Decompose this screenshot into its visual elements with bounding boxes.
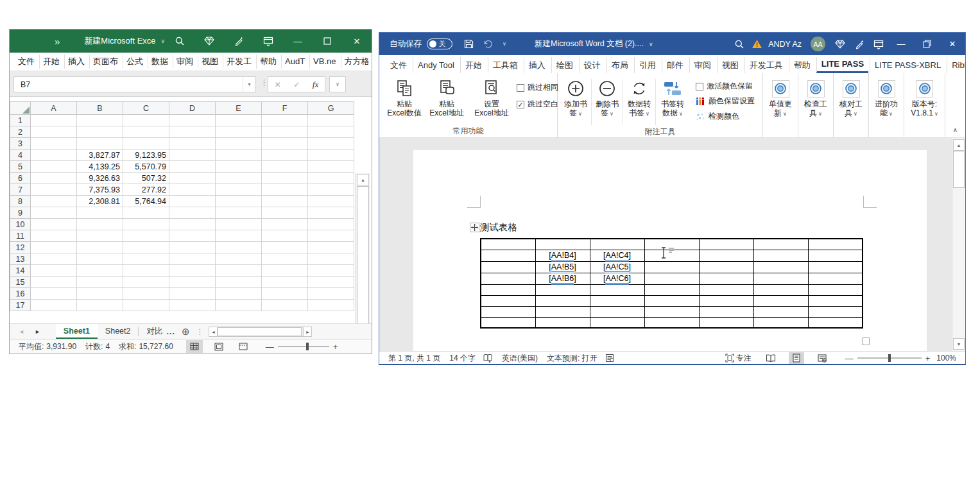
doc-cell-r4c3[interactable]: [AA!C6]: [590, 273, 644, 284]
doc-cell-r8c4[interactable]: [644, 317, 699, 328]
cell-G13[interactable]: [308, 253, 354, 265]
column-header-E[interactable]: E: [216, 102, 262, 115]
doc-cell-r2c6[interactable]: [753, 250, 808, 261]
zoom-slider[interactable]: [278, 346, 329, 347]
cell-E14[interactable]: [216, 265, 262, 277]
doc-cell-r2c7[interactable]: [808, 250, 863, 261]
cell-D17[interactable]: [169, 300, 216, 311]
cell-C17[interactable]: [123, 300, 169, 311]
web-layout-icon[interactable]: [814, 352, 830, 364]
doc-cell-r2c1[interactable]: [481, 250, 535, 261]
title-dropdown-icon[interactable]: ∨: [160, 38, 165, 44]
cell-E8[interactable]: [216, 196, 262, 207]
cell-B5[interactable]: 4,139.25: [77, 161, 123, 173]
doc-cell-r8c5[interactable]: [699, 317, 753, 328]
word-count[interactable]: 14 个字: [449, 353, 476, 364]
scroll-down-icon[interactable]: ▼: [953, 338, 965, 350]
row-header-10[interactable]: 10: [10, 219, 31, 230]
cell-B8[interactable]: 2,308.81: [77, 196, 123, 207]
cell-F6[interactable]: [262, 173, 308, 184]
cell-C1[interactable]: [123, 115, 169, 126]
word-tab-帮助[interactable]: 帮助: [789, 57, 815, 73]
cell-A10[interactable]: [31, 219, 77, 230]
page-info[interactable]: 第 1 页, 共 1 页: [388, 353, 440, 364]
search-icon[interactable]: [730, 33, 749, 55]
sheet-tab-sheet2[interactable]: Sheet2: [98, 324, 139, 339]
row-header-11[interactable]: 11: [10, 230, 31, 242]
zoom-out-icon[interactable]: —: [262, 342, 278, 352]
minimize-button[interactable]: —: [888, 33, 914, 55]
cell-G10[interactable]: [308, 219, 354, 230]
cell-E12[interactable]: [216, 242, 262, 253]
cell-D10[interactable]: [169, 219, 216, 230]
new-sheet-icon[interactable]: ⊕: [182, 326, 190, 337]
excel-tab-方方格[interactable]: 方方格: [341, 55, 372, 69]
word-tab-Ribbon XML[interactable]: Ribbon XML: [947, 57, 965, 73]
cell-E16[interactable]: [216, 288, 262, 300]
cell-E9[interactable]: [216, 207, 262, 219]
cell-G12[interactable]: [308, 242, 354, 253]
doc-cell-r3c2[interactable]: [AA!B5]: [535, 261, 590, 273]
cell-G15[interactable]: [308, 277, 354, 288]
document-page[interactable]: 测试表格 [AA!B4][AA!C4][AA!B5][AA!C5][AA!B6]…: [413, 150, 927, 351]
cell-A7[interactable]: [31, 184, 77, 196]
text-predict[interactable]: 文本预测: 打开: [547, 353, 597, 364]
name-box[interactable]: B7 ▼: [13, 76, 256, 92]
doc-cell-r7c6[interactable]: [753, 306, 808, 317]
cell-D9[interactable]: [169, 207, 216, 219]
warning-icon[interactable]: [749, 33, 764, 55]
cell-F12[interactable]: [262, 242, 308, 253]
save-icon[interactable]: [459, 33, 478, 55]
row-header-13[interactable]: 13: [10, 253, 31, 265]
cell-F15[interactable]: [262, 277, 308, 288]
excel-tab-文件[interactable]: 文件: [15, 55, 38, 69]
word-tab-设计[interactable]: 设计: [579, 57, 605, 73]
cell-F17[interactable]: [262, 300, 308, 311]
cell-C9[interactable]: [123, 207, 169, 219]
cell-G1[interactable]: [308, 115, 354, 126]
sheet-tab-duibi[interactable]: 对比: [139, 324, 162, 339]
word-tab-布局[interactable]: 布局: [606, 57, 633, 73]
page-layout-view-icon[interactable]: [211, 340, 227, 353]
doc-cell-r3c4[interactable]: [644, 261, 699, 273]
cell-A15[interactable]: [31, 277, 77, 288]
color-keep-settings-button[interactable]: 颜色保留设置: [696, 96, 755, 107]
cell-C3[interactable]: [123, 138, 169, 150]
excel-tab-AudT[interactable]: AudT: [281, 55, 308, 69]
doc-cell-r4c1[interactable]: [481, 273, 535, 284]
version-button[interactable]: 版本号:V1.8.1∨: [905, 76, 945, 119]
detect-color-button[interactable]: 检测颜色: [696, 111, 755, 122]
doc-cell-r7c3[interactable]: [590, 306, 644, 317]
doc-cell-r2c5[interactable]: [699, 250, 753, 261]
single-update-button[interactable]: 单值更新∨: [763, 76, 798, 119]
doc-cell-r6c6[interactable]: [753, 295, 808, 306]
cell-B6[interactable]: 9,326.63: [77, 173, 123, 184]
page-break-view-icon[interactable]: [235, 340, 252, 353]
scroll-right-icon[interactable]: ►: [303, 327, 312, 337]
doc-cell-r7c4[interactable]: [644, 306, 699, 317]
cell-D6[interactable]: [169, 173, 216, 184]
cell-D12[interactable]: [169, 242, 216, 253]
doc-cell-r5c7[interactable]: [808, 284, 863, 295]
doc-cell-r5c5[interactable]: [699, 284, 753, 295]
pen-sparkle-icon[interactable]: [850, 33, 869, 55]
doc-cell-r3c7[interactable]: [808, 261, 863, 273]
cell-A13[interactable]: [31, 253, 77, 265]
sheet-nav-right-icon[interactable]: ►: [35, 329, 40, 335]
cell-C10[interactable]: [123, 219, 169, 230]
bookmark-to-data-button[interactable]: 书签转数据∨: [656, 76, 689, 119]
cell-D1[interactable]: [169, 115, 216, 126]
cell-D2[interactable]: [169, 126, 216, 138]
doc-cell-r5c3[interactable]: [590, 284, 644, 295]
cell-G8[interactable]: [308, 196, 354, 207]
checkbox-color-keep[interactable]: 激活颜色保留: [696, 81, 755, 92]
advanced-features-button[interactable]: 进阶功能∨: [869, 76, 904, 119]
zoom-slider-thumb[interactable]: [306, 343, 309, 350]
cell-B13[interactable]: [77, 253, 123, 265]
doc-cell-r1c7[interactable]: [808, 239, 863, 250]
zoom-in-icon[interactable]: +: [329, 342, 342, 352]
search-icon[interactable]: [165, 30, 194, 53]
cell-C15[interactable]: [123, 277, 169, 288]
row-header-8[interactable]: 8: [10, 196, 31, 207]
cell-E17[interactable]: [216, 300, 262, 311]
